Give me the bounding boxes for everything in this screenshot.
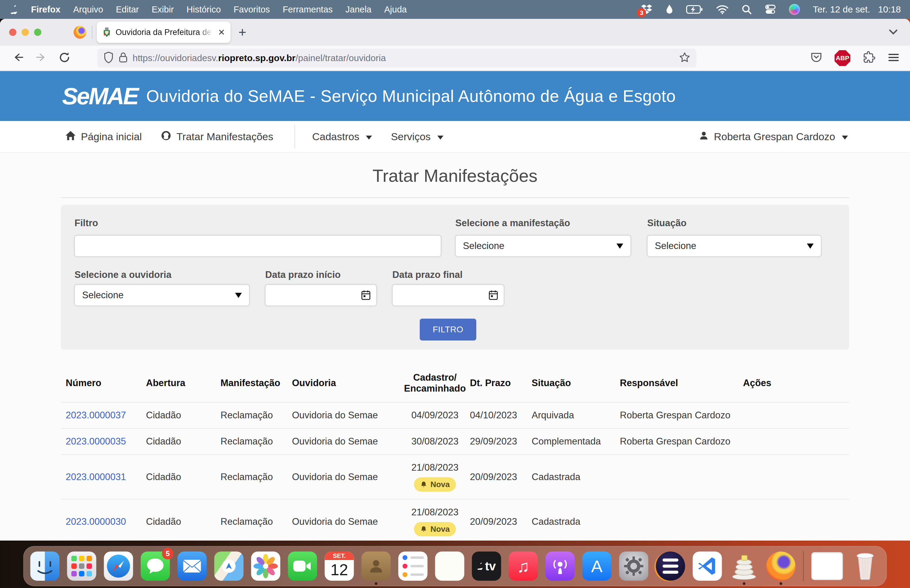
row-actions bbox=[743, 402, 849, 428]
music-dock-icon[interactable]: ♫ bbox=[509, 551, 538, 581]
col-dt-prazo: Dt. Prazo bbox=[470, 362, 532, 402]
facetime-dock-icon[interactable] bbox=[288, 551, 317, 581]
control-center-icon[interactable] bbox=[765, 4, 776, 15]
dropbox-badge: 3 bbox=[637, 8, 646, 17]
tab-list-chevron-icon[interactable] bbox=[887, 26, 899, 39]
app-store-dock-icon[interactable]: A bbox=[582, 551, 612, 581]
forward-icon[interactable] bbox=[35, 52, 47, 65]
case-number-link[interactable]: 2023.0000035 bbox=[66, 436, 126, 447]
wifi-status-icon[interactable] bbox=[716, 5, 729, 14]
apple-tv-dock-icon[interactable]: tv bbox=[472, 551, 501, 581]
droplet-status-icon[interactable] bbox=[666, 4, 673, 15]
back-icon[interactable] bbox=[12, 52, 24, 65]
launchpad-dock-icon[interactable] bbox=[67, 551, 96, 581]
tab-title: Ouvidoria da Prefeitura de São J bbox=[116, 27, 213, 37]
nav-item-servicos[interactable]: Serviços bbox=[391, 131, 443, 142]
browser-tab[interactable]: Ouvidoria da Prefeitura de São J ✕ bbox=[97, 22, 231, 43]
firefox-dock-icon[interactable] bbox=[766, 551, 796, 581]
safari-dock-icon[interactable] bbox=[104, 551, 133, 581]
firefox-view-icon[interactable] bbox=[74, 26, 86, 39]
new-tab-button[interactable]: + bbox=[238, 24, 246, 40]
podcasts-dock-icon[interactable] bbox=[546, 551, 575, 581]
maps-dock-icon[interactable] bbox=[215, 551, 244, 581]
adblock-plus-icon[interactable]: ABP bbox=[834, 50, 850, 66]
menubar-item-ajuda[interactable]: Ajuda bbox=[384, 5, 407, 15]
zoom-window-button[interactable] bbox=[34, 29, 41, 36]
ouvidoria-select[interactable]: Selecione bbox=[74, 284, 249, 306]
case-number-link[interactable]: 2023.0000031 bbox=[66, 472, 126, 482]
firefox-window: Ouvidoria da Prefeitura de São J ✕ + htt… bbox=[0, 19, 910, 541]
minimized-window-thumbnail[interactable] bbox=[811, 552, 843, 580]
case-number-link[interactable]: 2023.0000037 bbox=[66, 410, 126, 420]
semae-logo[interactable]: SeMAE bbox=[62, 82, 138, 110]
calendar-dock-icon[interactable]: SET. 12 bbox=[325, 551, 354, 581]
nav-item-cadastros[interactable]: Cadastros bbox=[312, 131, 372, 142]
macos-menubar: Firefox Arquivo Editar Exibir Histórico … bbox=[0, 0, 910, 19]
menubar-date[interactable]: Ter. 12 de set. bbox=[813, 4, 870, 15]
user-menu[interactable]: Roberta Grespan Cardozo bbox=[698, 131, 848, 143]
menubar-item-ferramentas[interactable]: Ferramentas bbox=[283, 5, 333, 15]
battery-status-icon[interactable] bbox=[686, 5, 703, 14]
desktop: Firefox Arquivo Editar Exibir Histórico … bbox=[0, 0, 910, 588]
case-number-link[interactable]: 2023.0000030 bbox=[66, 516, 126, 527]
site-title: Ouvidoria do SeMAE - Serviço Municipal A… bbox=[146, 86, 676, 106]
siri-icon[interactable] bbox=[789, 4, 800, 15]
dropbox-status-icon[interactable]: 3 bbox=[640, 4, 653, 15]
manifestacao-select[interactable]: Selecione bbox=[455, 235, 631, 257]
menubar-item-exibir[interactable]: Exibir bbox=[152, 5, 174, 15]
col-abertura: Abertura bbox=[146, 362, 220, 402]
apple-menu-icon[interactable] bbox=[10, 5, 18, 14]
lock-icon[interactable] bbox=[119, 52, 128, 64]
mail-dock-icon[interactable] bbox=[178, 551, 207, 581]
menubar-time[interactable]: 10:18 bbox=[878, 4, 901, 15]
filtro-input[interactable] bbox=[74, 235, 441, 257]
minimize-window-button[interactable] bbox=[22, 29, 29, 36]
filtro-button[interactable]: FILTRO bbox=[420, 318, 476, 341]
page-title: Tratar Manifestações bbox=[0, 153, 910, 186]
site-header: SeMAE Ouvidoria do SeMAE - Serviço Munic… bbox=[0, 71, 910, 121]
eclipse-dock-icon[interactable] bbox=[656, 551, 685, 581]
contacts-dock-icon[interactable] bbox=[362, 551, 391, 581]
menubar-item-editar[interactable]: Editar bbox=[116, 5, 139, 15]
select-caret-icon bbox=[235, 293, 242, 298]
menubar-item-janela[interactable]: Janela bbox=[346, 5, 371, 15]
system-settings-dock-icon[interactable] bbox=[619, 551, 648, 581]
calendar-icon bbox=[488, 290, 498, 300]
vscode-dock-icon[interactable] bbox=[693, 551, 722, 581]
tab-close-icon[interactable]: ✕ bbox=[218, 27, 225, 37]
finder-dock-icon[interactable] bbox=[31, 551, 60, 581]
pocket-icon[interactable] bbox=[810, 52, 823, 65]
menubar-item-arquivo[interactable]: Arquivo bbox=[73, 5, 103, 15]
database-stack-dock-icon[interactable] bbox=[730, 551, 759, 581]
chevron-down-icon bbox=[366, 136, 372, 139]
filter-panel: Filtro Selecione a manifestação Selecion… bbox=[61, 205, 849, 350]
status-value: Cadastrada bbox=[532, 499, 620, 541]
nav-item-pagina-inicial[interactable]: Página inicial bbox=[65, 131, 142, 143]
extensions-puzzle-icon[interactable] bbox=[863, 51, 875, 65]
trash-dock-icon[interactable] bbox=[851, 551, 880, 581]
menubar-item-firefox[interactable]: Firefox bbox=[31, 5, 60, 15]
menubar-item-favoritos[interactable]: Favoritos bbox=[234, 5, 270, 15]
situacao-select[interactable]: Selecione bbox=[647, 235, 821, 257]
shield-icon[interactable] bbox=[103, 52, 114, 65]
select-caret-icon bbox=[807, 244, 814, 249]
reminders-dock-icon[interactable] bbox=[398, 551, 428, 581]
col-situacao: Situação bbox=[532, 362, 620, 402]
manifestacao-label: Selecione a manifestação bbox=[455, 218, 570, 229]
nav-item-tratar-manifestacoes[interactable]: Tratar Manifestações bbox=[161, 130, 273, 144]
url-bar[interactable]: https://ouvidoriadesv.riopreto.sp.gov.br… bbox=[97, 48, 697, 68]
menubar-item-historico[interactable]: Histórico bbox=[186, 5, 221, 15]
spotlight-search-icon[interactable] bbox=[742, 4, 752, 15]
photos-dock-icon[interactable] bbox=[251, 551, 280, 581]
notes-dock-icon[interactable] bbox=[435, 551, 464, 581]
hamburger-menu-icon[interactable] bbox=[887, 52, 900, 65]
bookmark-star-icon[interactable] bbox=[679, 52, 690, 65]
chevron-down-icon bbox=[842, 136, 848, 139]
close-window-button[interactable] bbox=[9, 29, 16, 36]
data-final-input[interactable] bbox=[392, 284, 504, 306]
reload-icon[interactable] bbox=[58, 52, 71, 65]
table-row: 2023.0000031 Cidadão Reclamação Ouvidori… bbox=[61, 454, 849, 499]
data-inicio-input[interactable] bbox=[265, 284, 377, 306]
messages-dock-icon[interactable]: 5 bbox=[141, 551, 170, 581]
dock-divider bbox=[803, 551, 804, 581]
